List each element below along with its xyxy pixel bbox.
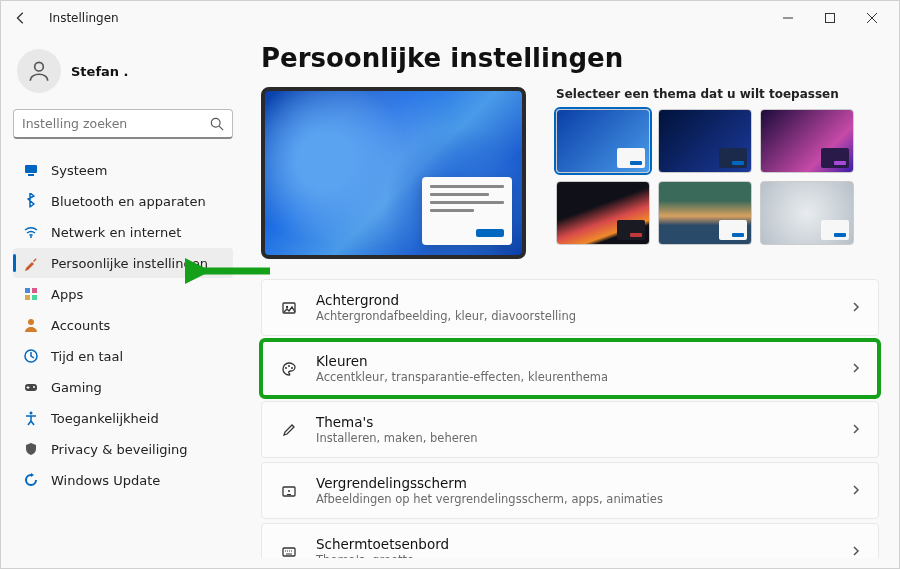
svg-rect-6 (28, 174, 34, 176)
minimize-button[interactable] (767, 3, 809, 33)
grid-icon (23, 286, 39, 302)
close-button[interactable] (851, 3, 893, 33)
bluetooth-icon (23, 193, 39, 209)
keyboard-icon (278, 541, 300, 559)
image-icon (278, 297, 300, 319)
close-icon (867, 13, 877, 23)
sidebar-item-accounts[interactable]: Accounts (13, 310, 233, 340)
window-title: Instellingen (49, 11, 119, 25)
maximize-icon (825, 13, 835, 23)
sidebar: Stefan . SysteemBluetooth en apparatenNe… (1, 35, 241, 558)
nav-list: SysteemBluetooth en apparatenNetwerk en … (13, 155, 233, 495)
svg-point-23 (288, 490, 290, 492)
themes-label: Selecteer een thema dat u wilt toepassen (556, 87, 879, 101)
setting-subtitle: Thema's, grootte (316, 553, 834, 558)
setting-title: Vergrendelingsscherm (316, 475, 834, 491)
setting-schermtoetsenbord[interactable]: Schermtoetsenbord Thema's, grootte (261, 523, 879, 558)
setting-kleuren[interactable]: Kleuren Accentkleur, transparantie-effec… (261, 340, 879, 397)
svg-point-7 (30, 236, 32, 238)
sidebar-item-apps[interactable]: Apps (13, 279, 233, 309)
sidebar-item-label: Systeem (51, 163, 107, 178)
search-box[interactable] (13, 109, 233, 139)
setting-subtitle: Afbeeldingen op het vergrendelingsscherm… (316, 492, 834, 506)
setting-thema-s[interactable]: Thema's Installeren, maken, beheren (261, 401, 879, 458)
svg-point-18 (286, 305, 288, 307)
svg-rect-11 (32, 295, 37, 300)
theme-option-4[interactable] (556, 181, 650, 245)
sidebar-item-privacy-beveiliging[interactable]: Privacy & beveiliging (13, 434, 233, 464)
back-button[interactable] (7, 4, 35, 32)
sidebar-item-label: Windows Update (51, 473, 160, 488)
sidebar-item-tijd-en-taal[interactable]: Tijd en taal (13, 341, 233, 371)
sidebar-item-label: Apps (51, 287, 83, 302)
svg-rect-9 (32, 288, 37, 293)
svg-point-12 (28, 319, 34, 325)
theme-option-5[interactable] (658, 181, 752, 245)
setting-subtitle: Achtergrondafbeelding, kleur, diavoorste… (316, 309, 834, 323)
chevron-right-icon (850, 359, 862, 378)
search-input[interactable] (22, 116, 210, 131)
search-icon (210, 117, 224, 131)
theme-option-1[interactable] (556, 109, 650, 173)
sidebar-item-label: Gaming (51, 380, 102, 395)
chevron-right-icon (850, 542, 862, 558)
setting-vergrendelingsscherm[interactable]: Vergrendelingsscherm Afbeeldingen op het… (261, 462, 879, 519)
svg-point-19 (285, 367, 287, 369)
sidebar-item-toegankelijkheid[interactable]: Toegankelijkheid (13, 403, 233, 433)
wifi-icon (23, 224, 39, 240)
update-icon (23, 472, 39, 488)
person-icon (26, 58, 52, 84)
svg-rect-10 (25, 295, 30, 300)
sidebar-item-persoonlijke-instellingen[interactable]: Persoonlijke instellingen (13, 248, 233, 278)
setting-subtitle: Installeren, maken, beheren (316, 431, 834, 445)
sidebar-item-label: Netwerk en internet (51, 225, 181, 240)
svg-point-20 (288, 365, 290, 367)
preview-window-mock (422, 177, 512, 245)
svg-point-21 (291, 367, 293, 369)
avatar (17, 49, 61, 93)
sidebar-item-windows-update[interactable]: Windows Update (13, 465, 233, 495)
maximize-button[interactable] (809, 3, 851, 33)
theme-option-2[interactable] (658, 109, 752, 173)
theme-grid (556, 109, 879, 245)
chevron-right-icon (850, 420, 862, 439)
desktop-preview (261, 87, 526, 259)
svg-point-16 (30, 412, 33, 415)
svg-point-2 (35, 62, 44, 71)
setting-title: Achtergrond (316, 292, 834, 308)
profile[interactable]: Stefan . (13, 43, 233, 107)
sidebar-item-gaming[interactable]: Gaming (13, 372, 233, 402)
sidebar-item-label: Bluetooth en apparaten (51, 194, 206, 209)
themes-section: Selecteer een thema dat u wilt toepassen (556, 87, 879, 259)
sidebar-item-netwerk-en-internet[interactable]: Netwerk en internet (13, 217, 233, 247)
brush-icon (23, 255, 39, 271)
clock-icon (23, 348, 39, 364)
accessibility-icon (23, 410, 39, 426)
sidebar-item-bluetooth-en-apparaten[interactable]: Bluetooth en apparaten (13, 186, 233, 216)
sidebar-item-systeem[interactable]: Systeem (13, 155, 233, 185)
theme-option-3[interactable] (760, 109, 854, 173)
palette-icon (278, 358, 300, 380)
theme-option-6[interactable] (760, 181, 854, 245)
back-arrow-icon (14, 11, 28, 25)
setting-title: Thema's (316, 414, 834, 430)
titlebar: Instellingen (1, 1, 899, 35)
svg-rect-8 (25, 288, 30, 293)
sidebar-item-label: Accounts (51, 318, 110, 333)
svg-rect-1 (826, 14, 835, 23)
sidebar-item-label: Toegankelijkheid (51, 411, 159, 426)
gamepad-icon (23, 379, 39, 395)
shield-icon (23, 441, 39, 457)
svg-rect-5 (25, 165, 37, 173)
sidebar-item-label: Privacy & beveiliging (51, 442, 188, 457)
username: Stefan . (71, 64, 129, 79)
page-title: Persoonlijke instellingen (261, 43, 879, 73)
svg-line-4 (219, 126, 223, 130)
svg-rect-24 (287, 494, 291, 495)
monitor-icon (23, 162, 39, 178)
setting-achtergrond[interactable]: Achtergrond Achtergrondafbeelding, kleur… (261, 279, 879, 336)
setting-title: Schermtoetsenbord (316, 536, 834, 552)
svg-point-3 (211, 118, 220, 127)
pencil-icon (278, 419, 300, 441)
setting-title: Kleuren (316, 353, 834, 369)
